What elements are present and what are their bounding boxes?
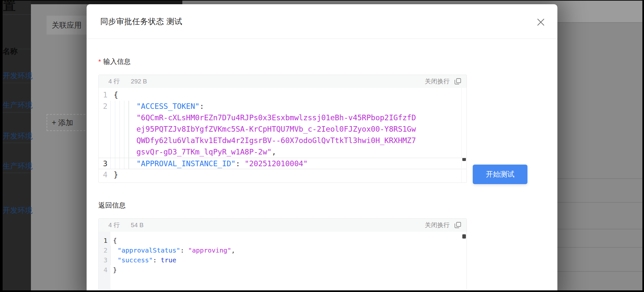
- code-text: "approvalStatus": "approving",: [115, 245, 235, 255]
- test-dialog: 同步审批任务状态 测试 * 输入信息 4 行 292 B 关闭换行: [87, 4, 557, 290]
- byte-size: 54 B: [131, 222, 144, 229]
- background-row-divider: [555, 202, 642, 203]
- code-line: ej95PQTZJv8IbYgfZVKmc5SA-KrCpHTQU7MVb_c-…: [99, 124, 467, 135]
- response-section-label: 返回信息: [98, 201, 546, 210]
- dialog-header: 同步审批任务状态 测试: [87, 4, 557, 39]
- code-line: 3"success": true: [99, 255, 467, 265]
- line-number: [99, 112, 110, 124]
- code-text: "APPROVAL_INSTANCE_ID": "202512010004": [133, 158, 308, 169]
- response-code-area[interactable]: 1{2"approvalStatus": "approving",3"succe…: [99, 232, 467, 290]
- response-editor-toolbar: 4 行 54 B 关闭换行: [99, 219, 467, 232]
- indent-guide: [124, 135, 129, 146]
- background-related-app-label: 关联应用: [47, 16, 92, 35]
- background-row-divider: [555, 229, 642, 229]
- code-line: 4}: [99, 265, 467, 275]
- divider: [3, 173, 31, 173]
- input-section-label: * 输入信息: [98, 57, 546, 66]
- wrap-toggle[interactable]: 关闭换行: [425, 77, 450, 86]
- dialog-title: 同步审批任务状态 测试: [100, 16, 182, 27]
- indent-guide: [115, 135, 119, 146]
- code-text: {: [110, 236, 117, 245]
- indent-guide: [129, 124, 133, 135]
- line-number: [99, 124, 110, 135]
- code-line: 3"APPROVAL_INSTANCE_ID": "202512010004": [99, 158, 467, 169]
- code-line: QWDfy62lu6VlaTkv1ETdw4r2IgsrBV--60X7odoG…: [99, 135, 467, 146]
- indent-guide: [110, 135, 115, 146]
- indent-guide: [110, 245, 115, 255]
- dimmed-backdrop: 置 名称 开发环境生产环境开发环境生产环境开发环境 关联应用 + 添加 同步审批…: [3, 1, 642, 290]
- copy-icon[interactable]: [454, 77, 462, 86]
- input-code-area[interactable]: 1{2"ACCESS_TOKEN":"6QCmR-cXLsHM0rEZn7D7u…: [99, 88, 467, 182]
- indent-guide: [115, 124, 119, 135]
- code-text: QWDfy62lu6VlaTkv1ETdw4r2IgsrBV--60X7odoG…: [133, 135, 416, 146]
- indent-guide: [115, 101, 119, 112]
- wrap-toggle[interactable]: 关闭换行: [425, 221, 450, 229]
- divider: [3, 143, 31, 143]
- indent-guide: [110, 146, 115, 158]
- response-json-editor: 4 行 54 B 关闭换行 1{2"approvalSt: [98, 218, 467, 290]
- indent-guide: [110, 158, 115, 169]
- code-text: }: [110, 265, 117, 275]
- indent-guide: [119, 101, 124, 112]
- background-env-link: 开发环境: [3, 205, 33, 215]
- code-text: "success": true: [115, 255, 176, 265]
- indent-guide: [110, 255, 115, 265]
- code-line: 2"approvalStatus": "approving",: [99, 245, 467, 255]
- indent-guide: [119, 146, 124, 158]
- code-line: 1{: [99, 89, 467, 101]
- indent-guide: [119, 158, 124, 169]
- indent-guide: [129, 101, 133, 112]
- code-line: 1{: [99, 236, 467, 245]
- indent-guide: [119, 124, 124, 135]
- close-icon[interactable]: [536, 17, 546, 27]
- code-text: }: [110, 169, 118, 181]
- line-number: 1: [99, 89, 110, 101]
- input-json-editor: 4 行 292 B 关闭换行 1{2"ACCESS_TO: [98, 75, 467, 183]
- response-section-label-text: 返回信息: [98, 201, 126, 210]
- line-count: 4 行: [108, 77, 120, 86]
- background-env-link: 开发环境: [3, 131, 33, 141]
- input-section-label-text: 输入信息: [103, 57, 131, 66]
- background-row-divider: [555, 271, 642, 272]
- code-text: "ACCESS_TOKEN":: [133, 101, 204, 112]
- divider: [3, 83, 31, 83]
- indent-guide: [124, 112, 129, 124]
- dialog-body: * 输入信息 4 行 292 B 关闭换行: [87, 57, 557, 290]
- background-env-link: 开发环境: [3, 71, 33, 81]
- background-dark-strip: [31, 1, 182, 4]
- background-left-table: 置 名称 开发环境生产环境开发环境生产环境开发环境: [3, 1, 31, 290]
- code-text: ej95PQTZJv8IbYgfZVKmc5SA-KrCpHTQU7MVb_c-…: [133, 124, 416, 135]
- indent-guide: [129, 135, 133, 146]
- line-number: 2: [99, 101, 110, 112]
- background-env-link: 生产环境: [3, 161, 33, 171]
- copy-icon[interactable]: [454, 221, 462, 229]
- background-row-divider: [555, 178, 642, 179]
- indent-guide: [115, 158, 119, 169]
- indent-guide: [124, 146, 129, 158]
- indent-guide: [129, 112, 133, 124]
- screenshot-frame: 置 名称 开发环境生产环境开发环境生产环境开发环境 关联应用 + 添加 同步审批…: [0, 0, 644, 292]
- line-number: 4: [99, 169, 110, 181]
- divider: [3, 112, 31, 112]
- code-text: "6QCmR-cXLsHM0rEZn7D7u4RJPs0x3Esxbmwlzss…: [133, 112, 416, 124]
- line-number: 1: [99, 236, 110, 245]
- background-row-divider: [555, 247, 642, 248]
- code-line: gsvQr-gD3_7TKm_lqPyR_w1A8P-2w",: [99, 146, 467, 158]
- indent-guide: [124, 158, 129, 169]
- indent-guide: [110, 112, 115, 124]
- line-number: 3: [99, 255, 110, 265]
- code-text: gsvQr-gD3_7TKm_lqPyR_w1A8P-2w",: [133, 146, 276, 158]
- indent-guide: [124, 101, 129, 112]
- background-name-column-header: 名称: [3, 46, 18, 56]
- start-test-button[interactable]: 开始测试: [473, 165, 527, 184]
- required-asterisk: *: [98, 58, 101, 66]
- line-number: [99, 146, 110, 158]
- background-partial-text: 置: [3, 1, 16, 14]
- indent-guide: [129, 146, 133, 158]
- indent-guide: [110, 101, 115, 112]
- indent-guide: [119, 112, 124, 124]
- indent-guide: [110, 124, 115, 135]
- indent-guide: [115, 112, 119, 124]
- code-text: {: [110, 89, 118, 101]
- input-editor-toolbar: 4 行 292 B 关闭换行: [99, 75, 467, 88]
